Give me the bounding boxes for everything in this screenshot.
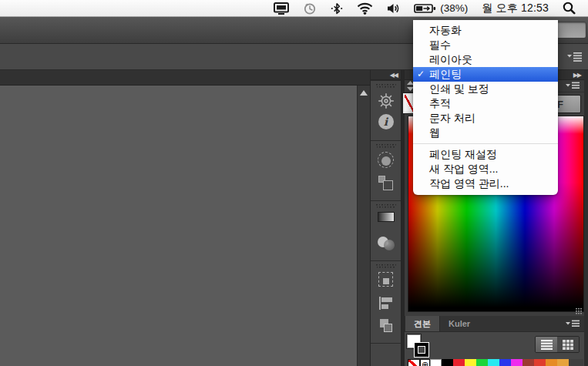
dock-gripper[interactable] xyxy=(376,264,396,268)
swatch-color[interactable] xyxy=(534,359,546,366)
swatch-color[interactable] xyxy=(557,359,569,366)
helm-icon xyxy=(377,92,395,110)
dock-gripper[interactable] xyxy=(376,204,396,208)
dock-panel-info[interactable]: i xyxy=(377,114,395,133)
info-icon: i xyxy=(378,114,394,129)
f-button-label: F xyxy=(557,99,563,110)
list-view-icon xyxy=(541,340,553,350)
swatch-color[interactable] xyxy=(488,359,499,366)
spotlight-menu-extra[interactable] xyxy=(556,0,577,17)
dock-group-3 xyxy=(371,200,401,260)
spotlight-search-icon xyxy=(563,2,576,15)
swatch-color[interactable] xyxy=(546,359,557,366)
view-toggle-group xyxy=(535,336,580,353)
tab-kuler-label: Kuler xyxy=(449,319,470,328)
volume-icon xyxy=(387,3,400,14)
bluetooth-menu-extra[interactable] xyxy=(324,0,350,17)
dock-panel-gradient[interactable] xyxy=(377,212,395,230)
dock-panel-selection[interactable] xyxy=(377,152,395,170)
swatch-color[interactable] xyxy=(511,359,522,366)
tab-swatches-label: 견본 xyxy=(414,318,431,330)
panel-right-edge xyxy=(584,70,588,366)
dock-panel-transparency[interactable] xyxy=(377,234,395,253)
swatch-empty xyxy=(569,359,583,366)
menu-item-tracing[interactable]: 추적 xyxy=(413,96,558,111)
battery-icon xyxy=(414,3,436,14)
menu-item-new-workspace[interactable]: 새 작업 영역... xyxy=(413,162,558,176)
menu-bar-clock: 월 오후 12:53 xyxy=(482,2,549,15)
battery-menu-extra[interactable]: (38%) xyxy=(407,0,475,17)
scroll-up-arrow-icon[interactable] xyxy=(360,90,368,96)
workspace-dropdown-menu: 자동화 필수 레이아웃 ✓ 페인팅 인쇄 및 보정 추적 문자 처리 웹 페인팅… xyxy=(413,20,558,195)
color-panel-menu-icon[interactable] xyxy=(566,82,580,90)
swatch-color[interactable] xyxy=(430,359,442,366)
dock-group-2 xyxy=(371,140,401,200)
panel-resize-gripper[interactable] xyxy=(576,307,583,314)
swatch-color[interactable] xyxy=(465,359,476,366)
swatches-tab-bar: 견본 Kuler xyxy=(405,316,584,332)
screen: (38%) 월 오후 12:53 ◀◀ xyxy=(0,0,588,366)
menu-item-automation[interactable]: 자동화 xyxy=(413,23,558,38)
battery-percent: (38%) xyxy=(440,2,468,14)
dock-gripper[interactable] xyxy=(376,144,396,148)
dock-panel-transform[interactable] xyxy=(377,272,395,290)
swatch-color[interactable] xyxy=(453,359,465,366)
collapse-left-icon: ◀◀ xyxy=(390,72,398,79)
swatch-registration[interactable]: ⊕ xyxy=(420,359,430,366)
volume-menu-extra[interactable] xyxy=(380,0,407,17)
stroke-color-indicator[interactable] xyxy=(415,343,428,357)
control-bar-menu-icon[interactable] xyxy=(567,52,583,62)
registration-icon: ⊕ xyxy=(422,361,428,366)
dock-collapse-button[interactable]: ◀◀ xyxy=(371,70,401,80)
menu-separator xyxy=(413,143,558,144)
dock-panel-align[interactable] xyxy=(377,294,395,313)
menu-item-layout[interactable]: 레이아웃 xyxy=(413,52,558,67)
swatches-panel-menu-icon[interactable] xyxy=(566,316,584,331)
panel-dock: ◀◀ i xyxy=(370,70,402,366)
swatch-color[interactable] xyxy=(476,359,488,366)
canvas-area xyxy=(0,86,357,366)
canvas-vertical-scrollbar[interactable] xyxy=(357,86,370,366)
swatch-color[interactable] xyxy=(499,359,511,366)
dock-group-4 xyxy=(371,260,401,343)
swatches-panel-content: ⊕ xyxy=(405,332,584,366)
display-menu-extra[interactable] xyxy=(267,0,296,17)
menu-item-print-proof[interactable]: 인쇄 및 보정 xyxy=(413,82,558,96)
grid-view-icon xyxy=(563,340,573,350)
dock-panel-artboards[interactable] xyxy=(377,174,395,193)
dock-group-1: i xyxy=(371,80,401,140)
tab-swatches[interactable]: 견본 xyxy=(405,316,440,331)
macos-menu-bar: (38%) 월 오후 12:53 xyxy=(0,0,588,17)
menu-item-typography[interactable]: 문자 처리 xyxy=(413,111,558,126)
display-icon xyxy=(274,2,289,15)
tab-kuler[interactable]: Kuler xyxy=(440,316,479,331)
time-machine-menu-extra[interactable] xyxy=(296,0,324,17)
dock-panel-color-guide[interactable] xyxy=(377,92,395,110)
wifi-icon xyxy=(357,2,373,15)
grid-view-button[interactable] xyxy=(557,337,579,352)
bounding-box-icon xyxy=(378,272,393,287)
swatch-none[interactable] xyxy=(408,359,420,366)
checkmark-icon: ✓ xyxy=(417,67,428,82)
dock-group-empty xyxy=(371,343,401,366)
menu-item-web[interactable]: 웹 xyxy=(413,126,558,140)
expand-right-icon: ▶▶ xyxy=(573,72,581,79)
clock-menu-extra[interactable]: 월 오후 12:53 xyxy=(475,0,556,17)
wifi-menu-extra[interactable] xyxy=(350,0,380,17)
time-machine-icon xyxy=(303,2,317,15)
menu-item-essentials[interactable]: 필수 xyxy=(413,38,558,52)
gradient-icon xyxy=(378,212,395,222)
menu-item-reset-painting[interactable]: 페인팅 재설정 xyxy=(413,147,558,162)
bluetooth-icon xyxy=(331,2,343,15)
list-view-button[interactable] xyxy=(536,337,557,352)
swatch-color[interactable] xyxy=(522,359,534,366)
menu-item-manage-workspaces[interactable]: 작업 영역 관리... xyxy=(413,176,558,191)
swatch-row: ⊕ xyxy=(408,359,583,366)
swatch-color[interactable] xyxy=(442,359,453,366)
dock-gripper[interactable] xyxy=(376,84,396,88)
dashed-circle-icon xyxy=(378,152,394,168)
dock-panel-arrange[interactable] xyxy=(377,317,395,335)
menu-item-painting[interactable]: ✓ 페인팅 xyxy=(413,67,558,82)
